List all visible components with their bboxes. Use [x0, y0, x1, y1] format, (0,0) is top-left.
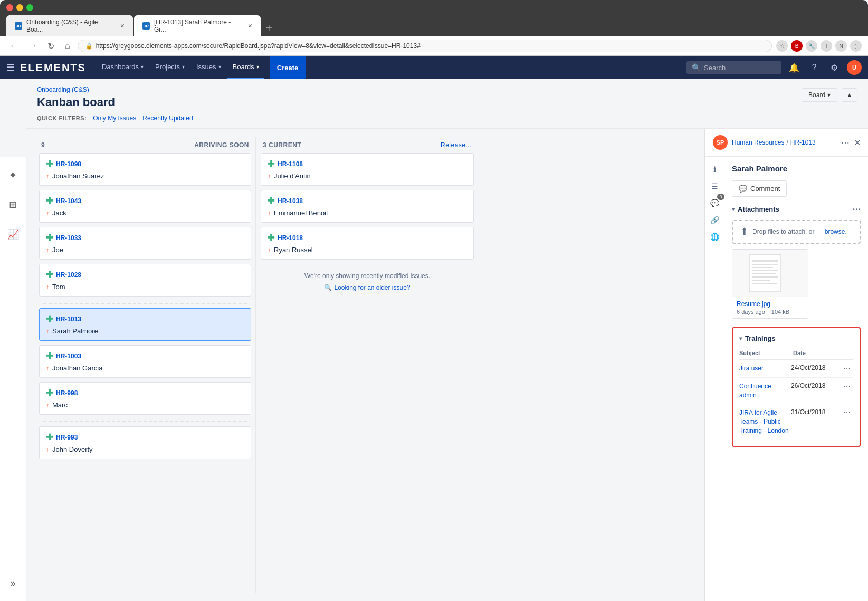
link-icon[interactable]: 🔗 [708, 213, 722, 227]
close-btn[interactable] [6, 4, 13, 11]
column-current: 3 Current Release... ✚ HR-1108 [256, 137, 478, 593]
refresh-button[interactable]: ↻ [44, 40, 58, 52]
user-avatar[interactable]: U [847, 60, 862, 75]
trainings-header[interactable]: ▾ Trainings [739, 335, 853, 342]
left-sidebar: ✦ ⊞ 📈 » [0, 157, 26, 601]
sidebar-icon-board[interactable]: ⊞ [4, 195, 23, 214]
detail-breadcrumb-issue[interactable]: HR-1013 [790, 139, 816, 146]
browser-tab-2[interactable]: JR [HR-1013] Sarah Palmore - Gr... × [134, 15, 261, 36]
board-view-btn[interactable]: Board ▾ [802, 88, 837, 102]
help-icon[interactable]: ? [807, 60, 822, 75]
search-input[interactable] [704, 64, 776, 72]
ext2-icon[interactable]: 🔧 [806, 40, 817, 52]
card-type-icon: ✚ [46, 388, 53, 398]
card-hr-993[interactable]: ✚ HR-993 ↑ John Doverty [39, 426, 251, 459]
nav-boards[interactable]: Boards ▾ [227, 56, 264, 79]
filter-only-my-issues[interactable]: Only My Issues [93, 113, 136, 123]
detail-panel-inner: ℹ ☰ 💬 0 🔗 🌐 Sarah Palmore [705, 157, 868, 601]
attachment-resume[interactable]: Resume.jpg 6 days ago 104 kB [732, 249, 808, 319]
release-button[interactable]: Release... [441, 141, 472, 149]
nav-dashboards[interactable]: Dashboards ▾ [97, 56, 149, 79]
nav-issues[interactable]: Issues ▾ [191, 56, 226, 79]
new-tab-button[interactable]: + [262, 20, 276, 36]
card-name: ↑ Marc [46, 401, 244, 409]
bookmark-icon[interactable]: ☆ [776, 40, 788, 52]
attachments-header[interactable]: ▾ Attachments ⋯ [732, 204, 861, 214]
priority-icon: ↑ [46, 283, 49, 291]
card-id: HR-1013 [56, 316, 81, 323]
tab-close-1[interactable]: × [120, 22, 125, 30]
detail-breadcrumb-project[interactable]: Human Resources [732, 139, 784, 146]
breadcrumb-link[interactable]: Onboarding (C&S) [37, 86, 89, 93]
description-icon[interactable]: ☰ [708, 179, 722, 194]
training-actions-3[interactable]: ⋯ [841, 408, 853, 417]
back-button[interactable]: ← [6, 40, 21, 52]
detail-more-btn[interactable]: ⋯ [841, 138, 850, 148]
training-subject-2[interactable]: Confluence admin [739, 382, 789, 400]
card-hr-1013[interactable]: ✚ HR-1013 ↑ Sarah Palmore [39, 308, 251, 341]
nav-projects[interactable]: Projects ▾ [150, 56, 190, 79]
card-hr-1018[interactable]: ✚ HR-1018 ↑ Ryan Russel [261, 227, 474, 260]
tab-favicon-2: JR [142, 22, 150, 30]
card-hr-1108[interactable]: ✚ HR-1108 ↑ Julie d'Antin [261, 153, 474, 186]
share-icon[interactable]: 🌐 [708, 230, 722, 244]
notification-icon[interactable]: 🔔 [787, 60, 802, 75]
older-issue-link[interactable]: 🔍 Looking for an older issue? [269, 284, 465, 291]
browser-tab-1[interactable]: JR Onboarding (C&S) - Agile Boa... × [6, 15, 133, 36]
browser-traffic-lights [6, 4, 862, 11]
upload-icon: ⬆ [740, 226, 748, 237]
training-actions-1[interactable]: ⋯ [841, 364, 853, 373]
svg-rect-4 [752, 270, 778, 271]
menu-icon[interactable]: ⋮ [850, 40, 862, 52]
training-subject-1[interactable]: Jira user [739, 364, 789, 373]
card-hr-1043[interactable]: ✚ HR-1043 ↑ Jack [39, 190, 251, 223]
ext4-icon[interactable]: N [835, 40, 847, 52]
home-button[interactable]: ⌂ [62, 40, 73, 52]
priority-icon: ↑ [46, 246, 49, 254]
card-hr-1038[interactable]: ✚ HR-1038 ↑ Emmanuel Benoit [261, 190, 474, 223]
nav-issues-label: Issues [196, 63, 216, 71]
column-header-arriving-soon: 9 Arriving soon [35, 137, 255, 153]
card-hr-998[interactable]: ✚ HR-998 ↑ Marc [39, 382, 251, 415]
card-name: ↑ Jonathan Garcia [46, 364, 244, 372]
sidebar-expand-icon[interactable]: » [4, 574, 23, 593]
card-hr-1028[interactable]: ✚ HR-1028 ↑ Tom [39, 264, 251, 297]
attachments-more-btn[interactable]: ⋯ [852, 204, 861, 214]
quick-filters-label: QUICK FILTERS: [37, 115, 87, 121]
svg-rect-7 [752, 280, 770, 281]
card-name: ↑ Ryan Russel [268, 246, 467, 254]
attachment-name[interactable]: Resume.jpg [737, 300, 804, 308]
training-subject-3[interactable]: JIRA for Agile Teams - Public Training -… [739, 408, 789, 435]
browse-link[interactable]: browse. [825, 228, 847, 235]
extensions-icon[interactable]: B [791, 40, 803, 52]
forward-button[interactable]: → [25, 40, 40, 52]
url-bar[interactable]: 🔒 https://greygoose.elements-apps.com/se… [78, 40, 772, 52]
maximize-btn[interactable] [26, 4, 33, 11]
tab-close-2[interactable]: × [248, 22, 252, 30]
column-divider-2 [43, 421, 247, 422]
lock-icon: 🔒 [85, 43, 93, 50]
card-id: HR-1018 [278, 234, 303, 242]
board-columns: 9 Arriving soon ✚ HR-1098 ↑ [26, 129, 704, 601]
ext3-icon[interactable]: T [821, 40, 832, 52]
comment-button[interactable]: 💬 Comment [732, 180, 787, 197]
board-expand-btn[interactable]: ▲ [842, 88, 857, 102]
comment-side-icon[interactable]: 💬 0 [708, 196, 722, 211]
settings-icon[interactable]: ⚙ [827, 60, 842, 75]
card-hr-1033[interactable]: ✚ HR-1033 ↑ Joe [39, 227, 251, 260]
detail-close-btn[interactable]: ✕ [854, 138, 861, 148]
nav-projects-chevron: ▾ [182, 64, 185, 70]
trainings-chevron-icon: ▾ [739, 336, 742, 341]
card-hr-1003[interactable]: ✚ HR-1003 ↑ Jonathan Garcia [39, 345, 251, 378]
info-icon[interactable]: ℹ [708, 162, 722, 177]
card-hr-1098[interactable]: ✚ HR-1098 ↑ Jonathan Suarez [39, 153, 251, 186]
filter-recently-updated[interactable]: Recently Updated [142, 113, 193, 123]
priority-icon: ↑ [268, 209, 271, 217]
nav-search[interactable]: 🔍 [686, 61, 781, 74]
nav-hamburger-icon[interactable]: ☰ [6, 62, 15, 73]
training-actions-2[interactable]: ⋯ [841, 382, 853, 390]
sidebar-icon-star[interactable]: ✦ [4, 166, 23, 185]
minimize-btn[interactable] [16, 4, 23, 11]
create-button[interactable]: Create [270, 56, 306, 79]
sidebar-icon-chart[interactable]: 📈 [4, 225, 23, 244]
